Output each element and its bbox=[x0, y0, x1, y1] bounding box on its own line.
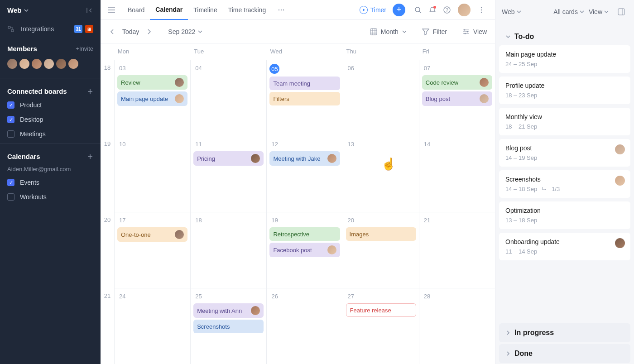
calendar-event[interactable]: Review bbox=[117, 75, 187, 90]
calendar-day[interactable]: 06 bbox=[343, 60, 419, 136]
avatar[interactable] bbox=[55, 58, 67, 70]
collapse-panel-icon[interactable] bbox=[615, 5, 628, 18]
calendar-day[interactable]: 12 Meeting with Jake bbox=[266, 136, 342, 212]
panel-card[interactable]: Optimization 13 – 18 Sep bbox=[499, 201, 630, 229]
help-icon[interactable]: ? bbox=[441, 4, 453, 16]
panel-card[interactable]: Main page update 24 – 25 Sep bbox=[499, 45, 630, 73]
chevron-down-icon[interactable] bbox=[24, 8, 29, 13]
tab-board[interactable]: Board bbox=[122, 0, 150, 20]
checkbox[interactable] bbox=[7, 101, 14, 109]
calendar-event[interactable]: Filters bbox=[269, 92, 340, 105]
office-icon[interactable]: ⊞ bbox=[85, 25, 93, 33]
avatar[interactable] bbox=[19, 58, 30, 70]
calendar-event[interactable]: Main page update bbox=[117, 91, 187, 106]
panel-filter-selector[interactable]: All cards bbox=[553, 8, 584, 15]
calendar-day[interactable]: 14 bbox=[419, 136, 495, 212]
calendar-day[interactable]: 26 bbox=[266, 288, 342, 364]
calendar-day[interactable]: 07 Code reviewBlog post bbox=[419, 60, 495, 136]
avatar[interactable] bbox=[67, 58, 79, 70]
calendar-event[interactable]: Screenshots bbox=[193, 320, 264, 333]
today-button[interactable]: Today bbox=[122, 28, 139, 35]
event-title: Feature release bbox=[350, 307, 412, 314]
panel-card[interactable]: Screenshots 14 – 18 Sep 1/3 bbox=[499, 170, 630, 198]
filter-button[interactable]: Filter bbox=[422, 28, 447, 35]
panel-card[interactable]: Monthly view 18 – 21 Sep bbox=[499, 108, 630, 135]
add-board-button[interactable] bbox=[87, 88, 93, 95]
calendar-day[interactable]: 25 Meeting with AnnScreenshots bbox=[190, 288, 266, 364]
calendar-event[interactable]: Meeting with Ann bbox=[193, 303, 264, 318]
tab-time-tracking[interactable]: Time tracking bbox=[223, 0, 272, 20]
calendar-event[interactable]: Pricing bbox=[193, 151, 264, 166]
view-options-button[interactable]: View bbox=[462, 28, 487, 35]
more-vertical-icon[interactable] bbox=[475, 4, 488, 16]
tab-timeline[interactable]: Timeline bbox=[188, 0, 222, 20]
calendar-day[interactable]: 24 bbox=[114, 288, 190, 364]
panel-card[interactable]: Onboarding update 11 – 14 Sep bbox=[499, 233, 630, 260]
calendar-event[interactable]: One-to-one bbox=[117, 227, 187, 242]
tab-calendar[interactable]: Calendar bbox=[150, 0, 188, 20]
panel-card[interactable]: Blog post 14 – 19 Sep bbox=[499, 139, 630, 167]
panel-workspace-selector[interactable]: Web bbox=[502, 8, 521, 15]
collapse-sidebar-icon[interactable] bbox=[86, 7, 93, 14]
checkbox[interactable] bbox=[7, 116, 14, 123]
timer-button[interactable]: Timer bbox=[360, 6, 386, 14]
view-mode-selector[interactable]: Month bbox=[370, 28, 407, 35]
panel-card[interactable]: Profile update 18 – 23 Sep bbox=[499, 77, 630, 104]
calendar-day[interactable]: 17 One-to-one bbox=[114, 212, 190, 288]
calendar-day[interactable]: 19 RetrospectiveFacebook post bbox=[266, 212, 342, 288]
svg-rect-11 bbox=[370, 29, 377, 35]
period-selector[interactable]: Sep 2022 bbox=[168, 28, 202, 35]
calendar-event[interactable]: Team meeting bbox=[269, 77, 340, 90]
next-button[interactable] bbox=[145, 27, 153, 36]
menu-icon[interactable] bbox=[108, 7, 115, 13]
sidebar-calendar-item[interactable]: Events bbox=[0, 175, 101, 190]
calendar-day[interactable]: 28 bbox=[419, 288, 495, 364]
calendar-day[interactable]: 03 ReviewMain page update bbox=[114, 60, 190, 136]
calendar-event[interactable]: Images bbox=[346, 227, 416, 241]
sidebar-board-item[interactable]: Desktop bbox=[0, 112, 101, 127]
calendar-event[interactable]: Code review bbox=[422, 75, 492, 90]
invite-button[interactable]: +Invite bbox=[76, 45, 93, 52]
sidebar-calendar-item[interactable]: Workouts bbox=[0, 190, 101, 204]
section-done[interactable]: Done bbox=[499, 344, 630, 363]
google-calendar-icon[interactable]: 31 bbox=[74, 25, 82, 33]
prev-button[interactable] bbox=[109, 27, 116, 36]
calendar-day[interactable]: 21 bbox=[419, 212, 495, 288]
sidebar-integrations[interactable]: Integrations 31 ⊞ bbox=[0, 20, 101, 38]
workspace-name[interactable]: Web bbox=[7, 6, 21, 14]
calendar-day[interactable]: 27 Feature release bbox=[343, 288, 419, 364]
section-todo[interactable]: To-do bbox=[499, 24, 630, 44]
dow-header: Wed bbox=[266, 43, 342, 60]
calendar-event[interactable]: Blog post bbox=[422, 91, 492, 106]
calendar-day[interactable]: 05 Team meetingFilters bbox=[266, 60, 342, 136]
calendar-event[interactable]: Feature release bbox=[346, 303, 416, 317]
calendar-event[interactable]: Retrospective bbox=[269, 227, 340, 241]
avatar[interactable] bbox=[6, 58, 18, 70]
search-icon[interactable] bbox=[412, 4, 424, 16]
calendar-day[interactable]: 18 bbox=[190, 212, 266, 288]
calendar-day[interactable]: 20 Images bbox=[343, 212, 419, 288]
add-calendar-button[interactable] bbox=[87, 153, 93, 160]
notifications-icon[interactable] bbox=[426, 4, 439, 16]
more-icon[interactable] bbox=[275, 4, 288, 16]
play-icon bbox=[360, 6, 368, 14]
section-in-progress[interactable]: In progress bbox=[499, 323, 630, 342]
calendar-day[interactable]: 10 bbox=[114, 136, 190, 212]
user-avatar[interactable] bbox=[458, 4, 471, 16]
add-button[interactable]: + bbox=[393, 4, 405, 16]
panel-view-selector[interactable]: View bbox=[589, 8, 609, 15]
calendar-day[interactable]: 11 Pricing bbox=[190, 136, 266, 212]
checkbox[interactable] bbox=[7, 193, 14, 201]
integrations-label: Integrations bbox=[21, 25, 54, 33]
avatar[interactable] bbox=[31, 58, 43, 70]
calendar-day[interactable]: 04 bbox=[190, 60, 266, 136]
checkbox[interactable] bbox=[7, 130, 14, 138]
checkbox[interactable] bbox=[7, 179, 14, 186]
calendar-event[interactable]: Meeting with Jake bbox=[269, 151, 340, 166]
calendar-event[interactable]: Facebook post bbox=[269, 243, 340, 257]
avatar[interactable] bbox=[43, 58, 55, 70]
calendar-day[interactable]: 13 ☝ bbox=[343, 136, 419, 212]
sidebar-board-item[interactable]: Meetings bbox=[0, 127, 101, 141]
sidebar-board-item[interactable]: Product bbox=[0, 98, 101, 112]
sidebar: Web Integrations 31 ⊞ Members +Invite Co… bbox=[0, 0, 101, 364]
